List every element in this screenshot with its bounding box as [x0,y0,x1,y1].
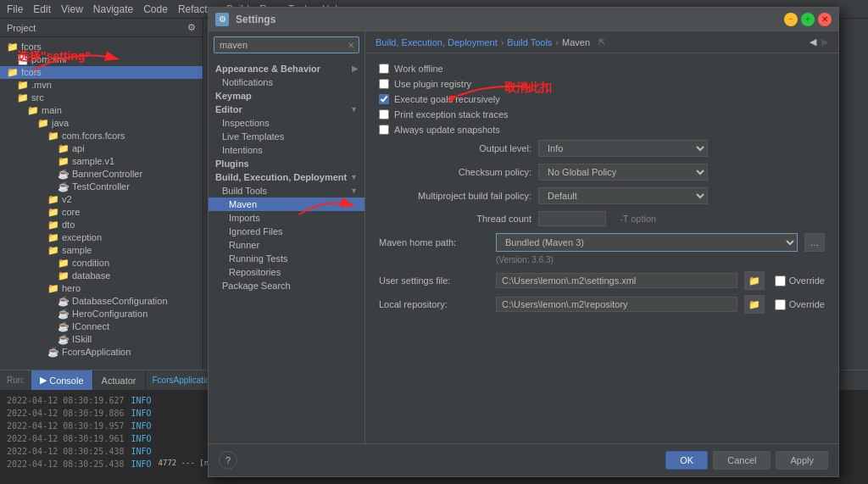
output-level-row: Output level: Info [379,140,825,157]
tree-item-condition[interactable]: 📁condition [0,257,203,270]
apply-button[interactable]: Apply [776,451,828,470]
dialog-footer: ? OK Cancel Apply [209,443,838,476]
thread-count-input[interactable] [538,211,606,226]
output-level-select[interactable]: Info [538,140,708,157]
nav-build-execution[interactable]: Build, Execution, Deployment ▼ [209,170,364,184]
nav-back-button[interactable]: ◀ [810,36,816,47]
nav-forward-button[interactable]: ▶ [821,36,828,47]
nav-intentions[interactable]: Intentions [209,143,364,157]
menu-file[interactable]: File [7,3,23,15]
menu-view[interactable]: View [61,3,83,15]
menu-navigate[interactable]: Navigate [93,3,133,15]
user-settings-input[interactable] [496,273,737,288]
settings-dialog: ⚙ Settings − + ✕ ✕ Appearance & Behavior… [208,7,839,477]
checkbox-work-offline-label: Work offline [394,64,443,74]
tree-item-java[interactable]: 📁java [0,117,203,130]
nav-imports[interactable]: Imports [209,211,364,225]
project-settings-icon[interactable]: ⚙ [187,22,196,33]
tree-item-banner[interactable]: ☕BannerController [0,168,203,181]
nav-build-tools[interactable]: Build Tools ▼ [209,184,364,197]
tree-item-database[interactable]: 📁database [0,270,203,282]
dialog-minimize-button[interactable]: − [784,13,798,26]
nav-appearance[interactable]: Appearance & Behavior ▶ [209,62,364,75]
settings-search-input[interactable] [214,36,359,53]
tree-item-fcors[interactable]: 📁fcors [0,41,203,53]
checksum-policy-control: No Global Policy [538,164,708,181]
settings-tree: Appearance & Behavior ▶ Notifications Ke… [209,58,364,443]
dialog-maximize-button[interactable]: + [801,13,815,26]
nav-package-search[interactable]: Package Search [209,279,364,292]
nav-inspections[interactable]: Inspections [209,116,364,130]
nav-notifications[interactable]: Notifications [209,75,364,89]
tree-item-dbconfig[interactable]: ☕DatabaseConfiguration [0,295,203,308]
maven-home-select[interactable]: Bundled (Maven 3) [496,233,798,252]
tree-item-fcorsapp[interactable]: ☕FcorsApplication [0,346,203,359]
dialog-body: ✕ Appearance & Behavior ▶ Notifications … [209,31,838,443]
tree-item-com[interactable]: 📁com.fcors.fcors [0,130,203,142]
tree-item-dto[interactable]: 📁dto [0,219,203,231]
search-icon: ✕ [348,41,354,50]
tree-item-main[interactable]: 📁main [0,104,203,117]
checkbox-print-exception-input[interactable] [379,109,389,120]
checksum-policy-row: Checksum policy: No Global Policy [379,164,825,181]
tree-item-v2[interactable]: 📁v2 [0,193,203,206]
checkbox-work-offline-input[interactable] [379,64,389,74]
tree-item-iconnect[interactable]: ☕IConnect [0,320,203,333]
nav-editor[interactable]: Editor ▼ [209,103,364,116]
tree-item-api[interactable]: 📁api [0,142,203,155]
local-repo-override-checkbox[interactable] [775,299,786,310]
nav-ignored-files[interactable]: Ignored Files [209,225,364,238]
help-button[interactable]: ? [219,451,237,470]
checkbox-execute-goals-input[interactable] [379,94,389,104]
dialog-title-left: ⚙ Settings [215,13,275,26]
tree-item-samplev1[interactable]: 📁sample.v1 [0,155,203,168]
nav-runner[interactable]: Runner [209,238,364,252]
user-settings-override-checkbox[interactable] [775,275,786,287]
nav-keymap[interactable]: Keymap [209,89,364,103]
thread-count-suffix: -T option [620,214,656,224]
cancel-button[interactable]: Cancel [713,451,771,470]
tree-item-pomxml[interactable]: 📄pom.xml [0,53,203,66]
tree-item-test[interactable]: ☕TestController [0,181,203,193]
tree-item-exception[interactable]: 📁exception [0,231,203,244]
tree-item-heroconfig[interactable]: ☕HeroConfiguration [0,308,203,320]
checksum-policy-select[interactable]: No Global Policy [538,164,708,181]
tab-console[interactable]: ▶ Console [31,370,92,390]
nav-live-templates[interactable]: Live Templates [209,130,364,143]
checksum-policy-label: Checksum policy: [379,167,531,177]
checkbox-update-snapshots-input[interactable] [379,125,389,135]
user-settings-browse-button[interactable]: 📁 [744,271,765,290]
maven-home-browse-button[interactable]: … [804,233,825,252]
breadcrumb-part1[interactable]: Build, Execution, Deployment [376,37,498,47]
ok-button[interactable]: OK [665,451,708,470]
tree-item-src[interactable]: 📁src [0,92,203,104]
maven-home-row: Maven home path: Bundled (Maven 3) … [379,233,825,252]
local-repo-browse-button[interactable]: 📁 [744,295,765,314]
breadcrumb-part2[interactable]: Build Tools [507,37,552,47]
menu-code[interactable]: Code [143,3,168,15]
user-settings-override: Override [775,275,825,287]
tree-item-iskill[interactable]: ☕ISkill [0,333,203,346]
tree-item-mvn[interactable]: 📁.mvn [0,79,203,92]
dialog-close-button[interactable]: ✕ [818,13,832,26]
tree-item-project[interactable]: 📁fcors [0,66,203,79]
nav-running-tests[interactable]: Running Tests [209,252,364,265]
tree-item-core[interactable]: 📁core [0,206,203,219]
checkbox-update-snapshots: Always update snapshots [379,125,825,135]
local-repo-override: Override [775,299,825,310]
nav-maven[interactable]: Maven [209,197,364,211]
nav-plugins[interactable]: Plugins [209,157,364,170]
tree-item-hero[interactable]: 📁hero [0,282,203,295]
checkbox-execute-goals-label: Execute goals recursively [394,94,500,104]
project-header: Project ⚙ [0,19,203,37]
tab-actuator[interactable]: Actuator [93,370,146,390]
tree-item-sample[interactable]: 📁sample [0,244,203,257]
local-repo-input[interactable] [496,297,737,312]
nav-repositories[interactable]: Repositories [209,265,364,279]
checkbox-use-plugin: Use plugin registry [379,79,825,89]
checkbox-use-plugin-input[interactable] [379,79,389,89]
breadcrumb-external-icon: ⇱ [598,37,605,47]
menu-edit[interactable]: Edit [33,3,51,15]
multiproject-fail-select[interactable]: Default [538,187,708,204]
breadcrumb-path: Build, Execution, Deployment › Build Too… [376,37,605,47]
